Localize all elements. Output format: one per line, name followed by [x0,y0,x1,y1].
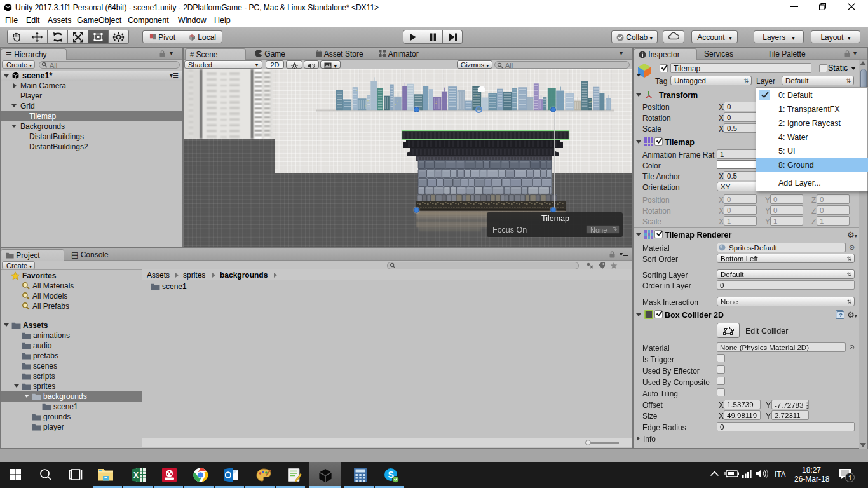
svg-text:?: ? [839,312,843,318]
svg-text:X: X [133,471,139,480]
